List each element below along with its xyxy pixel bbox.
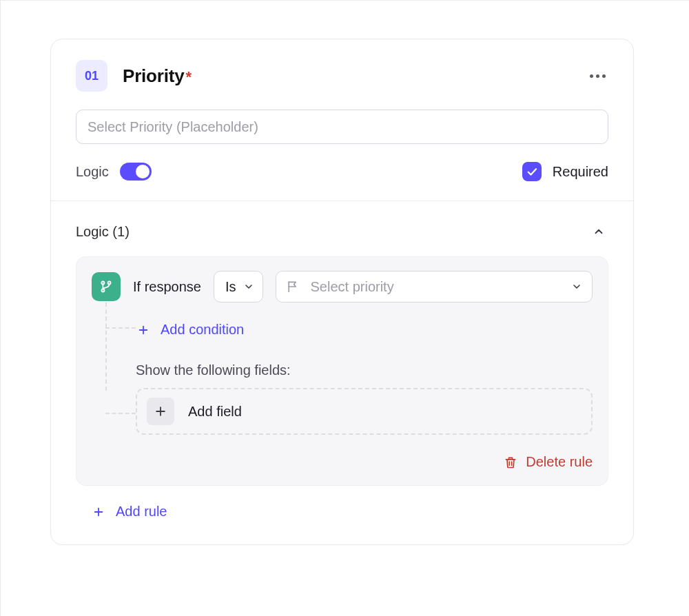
title-wrap: Priority * — [123, 65, 192, 87]
card-body: Logic (1) — [51, 201, 633, 544]
priority-main-select[interactable]: Select Priority (Placeholder) — [76, 110, 608, 144]
delete-rule-label: Delete rule — [526, 454, 593, 470]
chevron-up-icon — [593, 225, 605, 238]
more-actions-button[interactable] — [586, 65, 608, 87]
check-icon — [526, 165, 538, 178]
priority-condition-placeholder: Select priority — [311, 279, 560, 295]
branch-icon — [92, 272, 121, 301]
tree-wrap: Add condition Show the following fields: — [92, 302, 593, 435]
show-fields-label: Show the following fields: — [136, 362, 593, 378]
add-condition-branch: Add condition Show the following fields: — [136, 302, 593, 378]
ellipsis-icon — [590, 74, 606, 78]
card-header-row: 01 Priority * — [76, 60, 608, 92]
chevron-down-icon — [571, 281, 582, 292]
git-branch-icon — [99, 279, 114, 294]
plus-icon — [91, 504, 106, 520]
required-checkbox[interactable] — [522, 162, 542, 181]
collapse-button[interactable] — [589, 222, 608, 241]
card-header-section: 01 Priority * Select Priority (Placehold… — [51, 39, 633, 201]
add-rule-button[interactable]: Add rule — [76, 504, 608, 520]
trash-icon — [504, 455, 517, 469]
plus-icon — [136, 322, 151, 338]
priority-condition-select[interactable]: Select priority — [276, 271, 593, 302]
add-field-box[interactable]: Add field — [136, 388, 593, 435]
field-index: 01 — [85, 69, 99, 83]
plus-icon — [154, 404, 167, 418]
toggle-knob — [136, 165, 150, 178]
if-response-text: If response — [133, 279, 201, 295]
add-condition-button[interactable]: Add condition — [136, 318, 593, 342]
logic-section-header: Logic (1) — [76, 222, 608, 241]
chevron-down-icon — [243, 281, 254, 292]
add-field-branch: Add field — [136, 388, 593, 435]
add-field-label: Add field — [188, 404, 242, 420]
field-index-badge: 01 — [76, 60, 107, 92]
field-title: Priority — [123, 65, 184, 87]
page-root: 01 Priority * Select Priority (Placehold… — [0, 0, 689, 616]
priority-main-placeholder: Select Priority (Placeholder) — [88, 119, 258, 135]
logic-section-title: Logic (1) — [76, 224, 130, 240]
add-rule-label: Add rule — [116, 504, 167, 520]
add-field-plus-button[interactable] — [147, 398, 174, 425]
required-star: * — [185, 68, 192, 86]
logic-label: Logic — [76, 164, 109, 180]
rule-card: If response Is — [76, 256, 608, 486]
field-card: 01 Priority * Select Priority (Placehold… — [50, 39, 634, 545]
condition-row: If response Is — [92, 271, 593, 302]
delete-rule-button[interactable]: Delete rule — [92, 454, 593, 470]
logic-toggle[interactable] — [120, 163, 152, 181]
operator-label: Is — [225, 279, 236, 295]
required-label: Required — [553, 164, 608, 180]
tree-line — [105, 302, 107, 391]
operator-select[interactable]: Is — [214, 271, 263, 302]
top-hairline — [1, 0, 689, 1]
toggle-row: Logic Required — [76, 162, 608, 181]
add-condition-label: Add condition — [161, 322, 244, 338]
flag-icon — [286, 280, 300, 294]
